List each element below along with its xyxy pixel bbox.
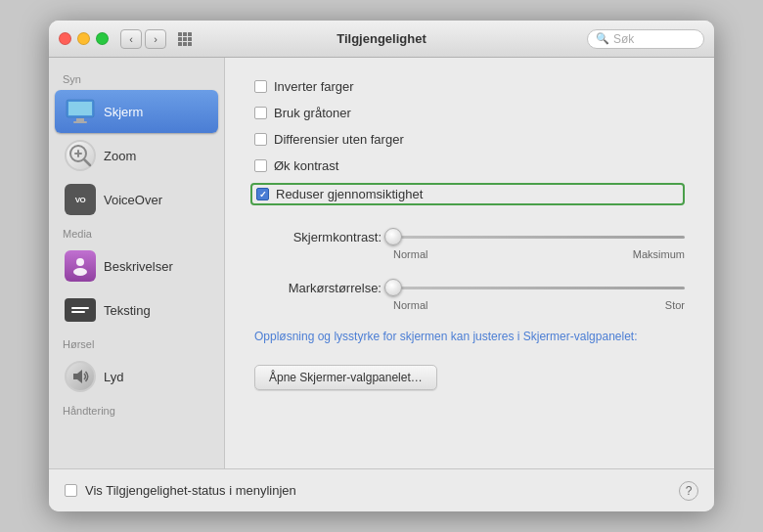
close-button[interactable] xyxy=(59,32,71,45)
skjermkontrast-min-label: Normal xyxy=(393,248,427,260)
sidebar-item-zoom-label: Zoom xyxy=(104,149,136,163)
sidebar-item-beskrivelser[interactable]: Beskrivelser xyxy=(55,244,218,288)
window-title: Tilgjengelighet xyxy=(337,31,426,46)
grid-button[interactable] xyxy=(174,29,196,49)
checkbox-row-ok-kontrast: Øk kontrast xyxy=(254,156,685,175)
svg-point-9 xyxy=(73,268,87,276)
checkbox-row-inverter: Inverter farger xyxy=(254,77,685,96)
checkbox-bruk-gratoner-label: Bruk gråtoner xyxy=(274,106,351,120)
bottom-bar: Vis Tilgjengelighet-status i menylinjen … xyxy=(49,468,714,511)
skjermkontrast-label: Skjermkontrast: xyxy=(254,230,382,244)
open-button-container: Åpne Skjermer-valgpanelet… xyxy=(254,357,685,390)
back-button[interactable]: ‹ xyxy=(120,29,142,49)
checkbox-reduser-gjennomsiktighet[interactable] xyxy=(256,188,269,200)
markorstorrelse-row: Markørstørrelse: xyxy=(254,278,685,297)
checkbox-row-differensier: Differensier uten farger xyxy=(254,130,685,149)
lyd-icon xyxy=(65,361,96,392)
svg-marker-10 xyxy=(73,370,82,383)
checkbox-ok-kontrast[interactable] xyxy=(254,159,267,172)
bottom-checkbox[interactable] xyxy=(65,484,77,497)
svg-line-5 xyxy=(84,159,90,165)
skjermkontrast-row: Skjermkontrast: xyxy=(254,227,685,246)
search-input[interactable]: Søk xyxy=(613,32,634,46)
checkbox-differensier[interactable] xyxy=(254,133,267,146)
svg-point-8 xyxy=(76,258,84,266)
help-button[interactable]: ? xyxy=(679,481,698,501)
search-icon: 🔍 xyxy=(596,32,609,45)
titlebar: ‹ › Tilgjengelighet 🔍 Søk xyxy=(49,21,714,58)
checkbox-row-gratoner: Bruk gråtoner xyxy=(254,104,685,122)
markorstorrelse-sublabels: Normal Stor xyxy=(393,299,685,311)
skjermkontrast-section: Skjermkontrast: Normal Maksimum xyxy=(254,227,685,260)
forward-button[interactable]: › xyxy=(145,29,166,49)
zoom-icon xyxy=(65,140,96,171)
markorstorrelse-label: Markørstørrelse: xyxy=(254,281,382,295)
checkbox-reduser-label: Reduser gjennomsiktighet xyxy=(276,187,423,201)
sidebar-item-lyd-label: Lyd xyxy=(104,370,123,384)
sidebar-section-handtering: Håndtering xyxy=(49,399,224,421)
checkbox-bruk-gratoner[interactable] xyxy=(254,107,267,119)
sidebar-item-teksting-label: Teksting xyxy=(104,303,151,318)
sidebar-section-syn: Syn xyxy=(49,67,224,89)
svg-rect-2 xyxy=(76,118,84,121)
sidebar-item-skjerm-label: Skjerm xyxy=(104,105,143,119)
sidebar-item-voiceover-label: VoiceOver xyxy=(104,193,162,207)
maximize-button[interactable] xyxy=(96,32,109,45)
markorstorrelse-slider[interactable] xyxy=(393,278,685,297)
checkbox-inverter-farger[interactable] xyxy=(254,80,267,93)
sidebar-item-skjerm[interactable]: Skjerm xyxy=(55,90,218,133)
sidebar-item-zoom[interactable]: Zoom xyxy=(55,134,218,177)
svg-rect-3 xyxy=(73,121,87,123)
main-panel: Inverter farger Bruk gråtoner Differensi… xyxy=(225,58,714,468)
info-text: Oppløsning og lysstyrke for skjermen kan… xyxy=(254,329,685,345)
markorstorrelse-max-label: Stor xyxy=(665,299,685,311)
skjermkontrast-max-label: Maksimum xyxy=(633,248,685,260)
sidebar-item-beskrivelser-label: Beskrivelser xyxy=(104,259,173,274)
checkbox-ok-kontrast-label: Øk kontrast xyxy=(274,158,338,173)
markorstorrelse-section: Markørstørrelse: Normal Stor xyxy=(254,278,685,311)
svg-rect-1 xyxy=(68,102,92,115)
teksting-icon xyxy=(65,294,96,326)
markorstorrelse-track xyxy=(393,287,685,289)
checkbox-row-reduser: Reduser gjennomsiktighet xyxy=(250,183,685,205)
bottom-checkbox-label: Vis Tilgjengelighet-status i menylinjen xyxy=(85,483,296,498)
open-skjermer-button[interactable]: Åpne Skjermer-valgpanelet… xyxy=(254,365,437,390)
nav-buttons: ‹ › xyxy=(120,29,166,49)
grid-icon xyxy=(178,32,192,46)
markorstorrelse-min-label: Normal xyxy=(393,299,427,311)
checkbox-inverter-farger-label: Inverter farger xyxy=(274,79,354,94)
voiceover-icon: VO xyxy=(65,184,96,215)
skjermkontrast-thumb[interactable] xyxy=(384,228,402,245)
help-icon: ? xyxy=(686,484,693,498)
main-window: ‹ › Tilgjengelighet 🔍 Søk Syn xyxy=(49,21,714,511)
skjermkontrast-track xyxy=(393,236,685,239)
sidebar-item-lyd[interactable]: Lyd xyxy=(55,355,218,398)
sidebar-section-media: Media xyxy=(49,222,224,244)
markorstorrelse-thumb[interactable] xyxy=(384,279,402,296)
search-box[interactable]: 🔍 Søk xyxy=(587,29,704,49)
sidebar-item-voiceover[interactable]: VO VoiceOver xyxy=(55,178,218,221)
skjermkontrast-slider[interactable] xyxy=(393,227,685,246)
sidebar-section-horsel: Hørsel xyxy=(49,332,224,354)
content-area: Syn Skjerm xyxy=(49,58,714,468)
beskrivelser-icon xyxy=(65,250,96,282)
checkbox-differensier-label: Differensier uten farger xyxy=(274,132,404,147)
sidebar-item-teksting[interactable]: Teksting xyxy=(55,288,218,332)
skjermkontrast-sublabels: Normal Maksimum xyxy=(393,248,685,260)
sidebar: Syn Skjerm xyxy=(49,58,225,468)
traffic-lights xyxy=(59,32,109,45)
minimize-button[interactable] xyxy=(77,32,90,45)
skjerm-icon xyxy=(65,96,96,127)
